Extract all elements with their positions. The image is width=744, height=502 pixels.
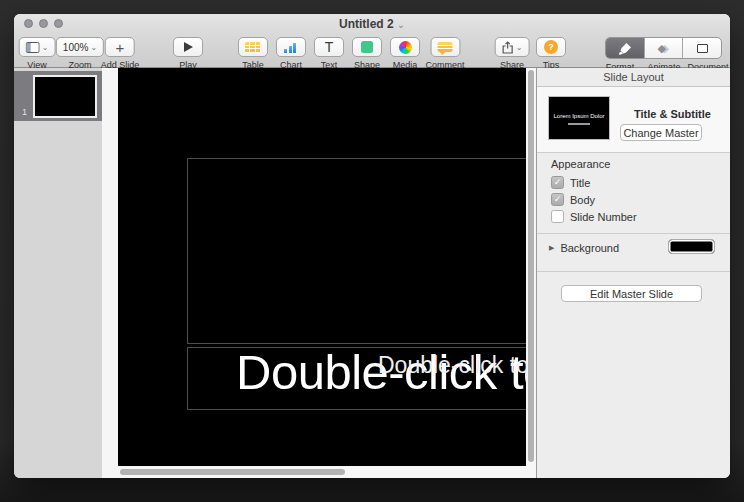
paintbrush-icon (618, 42, 632, 55)
document-tab[interactable] (683, 38, 721, 58)
slide-1-thumbnail[interactable] (33, 75, 97, 118)
appearance-heading: Appearance (551, 158, 610, 170)
title-checkbox-label: Title (570, 177, 590, 189)
shape-button[interactable]: Shape (352, 37, 382, 70)
add-slide-button[interactable]: + Add Slide (101, 37, 140, 70)
checkmark-icon: ✓ (554, 178, 562, 187)
slide-navigator[interactable]: 1 (14, 68, 102, 478)
play-icon (184, 42, 193, 52)
section-divider (537, 271, 730, 272)
toolbar: ⌄ View 100% ⌄ Zoom + Add Slide Play (14, 33, 730, 68)
plus-icon: + (116, 40, 125, 55)
background-label: Background (560, 242, 619, 254)
slide-number: 1 (22, 107, 27, 117)
body-checkbox-label: Body (570, 194, 595, 206)
title-checkbox[interactable]: ✓ (551, 176, 564, 189)
media-button[interactable]: Media (390, 37, 420, 70)
desktop-background: Untitled 2⌄ ⌄ View 100% ⌄ Zoom + (0, 0, 744, 502)
share-button[interactable]: ⌄ Share (495, 37, 530, 70)
view-icon (26, 42, 40, 53)
document-rect-icon (697, 44, 708, 53)
master-thumb-title: Lorem Ipsum Dolor (549, 113, 609, 119)
text-button[interactable]: T Text (314, 37, 344, 70)
body-checkbox[interactable]: ✓ (551, 193, 564, 206)
chart-icon (284, 42, 298, 53)
tips-button[interactable]: ? Tips (536, 37, 566, 70)
play-button[interactable]: Play (173, 37, 203, 70)
share-icon (502, 41, 514, 54)
section-divider (537, 152, 730, 153)
checkmark-icon: ✓ (554, 195, 562, 204)
master-thumb-subtitle-line (568, 123, 590, 125)
titlebar[interactable]: Untitled 2⌄ (14, 14, 730, 33)
change-master-button[interactable]: Change Master (620, 124, 702, 141)
view-button[interactable]: ⌄ View (19, 37, 56, 70)
chevron-down-icon: ⌄ (516, 43, 523, 52)
vertical-scrollbar[interactable] (528, 70, 534, 462)
chevron-down-icon: ⌄ (90, 43, 97, 52)
media-icon (399, 41, 412, 54)
format-tab[interactable] (606, 38, 645, 58)
zoom-value: 100% (63, 42, 89, 53)
subtitle-placeholder-text[interactable]: Double-click to edit (378, 352, 526, 379)
master-slide-thumbnail[interactable]: Lorem Ipsum Dolor (548, 96, 610, 140)
slide-number-checkbox[interactable]: ✓ (551, 210, 564, 223)
title-text-box[interactable] (187, 158, 526, 344)
horizontal-scrollbar[interactable] (120, 469, 345, 475)
slide-canvas[interactable]: Double-click to edit Double-click to edi… (102, 68, 536, 478)
master-name-label: Title & Subtitle (634, 108, 711, 120)
keynote-window: Untitled 2⌄ ⌄ View 100% ⌄ Zoom + (14, 14, 730, 478)
title-chevron-icon[interactable]: ⌄ (397, 19, 405, 30)
format-inspector-panel: Slide Layout Lorem Ipsum Dolor Title & S… (536, 68, 730, 478)
chevron-down-icon: ⌄ (42, 43, 49, 52)
shape-icon (361, 41, 373, 53)
table-button[interactable]: Table (238, 37, 268, 70)
master-slide-section: Lorem Ipsum Dolor Title & Subtitle Chang… (537, 87, 730, 152)
edit-master-slide-button[interactable]: Edit Master Slide (561, 285, 702, 302)
chart-button[interactable]: Chart (276, 37, 306, 70)
slide-editor[interactable]: Double-click to edit Double-click to edi… (118, 68, 526, 466)
window-title: Untitled 2⌄ (14, 17, 730, 31)
comment-icon (437, 42, 452, 52)
section-divider (537, 233, 730, 234)
panel-header: Slide Layout (537, 68, 730, 87)
comment-button[interactable]: Comment (425, 37, 464, 70)
table-icon (245, 42, 261, 53)
content-area: 1 Double-click to edit Double-click to e… (14, 68, 730, 478)
document-title: Untitled 2 (339, 17, 394, 31)
animate-tab[interactable]: ◆ ◆ (645, 38, 684, 58)
slide-1-row[interactable]: 1 (14, 71, 102, 121)
disclosure-triangle-icon[interactable]: ▶ (549, 244, 554, 252)
background-row[interactable]: ▶ Background (549, 242, 619, 254)
zoom-control[interactable]: 100% ⌄ Zoom (56, 37, 104, 70)
slide-number-checkbox-row[interactable]: ✓ Slide Number (551, 210, 637, 223)
text-icon: T (325, 40, 334, 54)
body-checkbox-row[interactable]: ✓ Body (551, 193, 595, 206)
animate-diamond-icon: ◆ ◆ (657, 42, 671, 54)
title-checkbox-row[interactable]: ✓ Title (551, 176, 590, 189)
slide-number-checkbox-label: Slide Number (570, 211, 637, 223)
inspector-segmented-control: ◆ ◆ (605, 37, 722, 59)
background-color-well[interactable] (668, 239, 715, 254)
tips-icon: ? (544, 40, 558, 54)
